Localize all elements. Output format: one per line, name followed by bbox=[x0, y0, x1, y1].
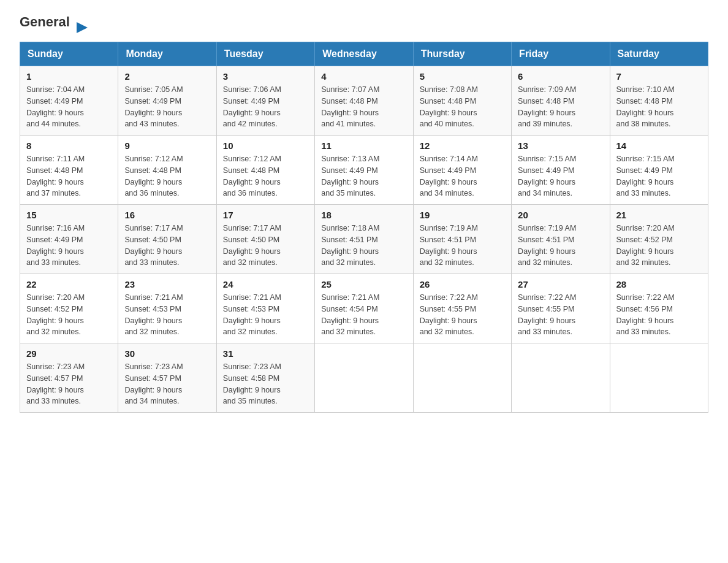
day-number: 13 bbox=[518, 140, 603, 151]
day-info: Sunrise: 7:11 AM Sunset: 4:48 PM Dayligh… bbox=[26, 153, 112, 199]
calendar-cell: 23 Sunrise: 7:21 AM Sunset: 4:53 PM Dayl… bbox=[118, 274, 216, 343]
day-number: 20 bbox=[518, 210, 603, 220]
day-info: Sunrise: 7:08 AM Sunset: 4:48 PM Dayligh… bbox=[420, 84, 505, 130]
day-info: Sunrise: 7:15 AM Sunset: 4:49 PM Dayligh… bbox=[616, 153, 702, 199]
day-info: Sunrise: 7:19 AM Sunset: 4:51 PM Dayligh… bbox=[420, 223, 505, 269]
calendar-week-row: 15 Sunrise: 7:16 AM Sunset: 4:49 PM Dayl… bbox=[20, 205, 708, 274]
day-number: 11 bbox=[321, 140, 406, 151]
day-number: 21 bbox=[616, 210, 702, 220]
calendar-cell bbox=[512, 343, 610, 413]
day-info: Sunrise: 7:07 AM Sunset: 4:48 PM Dayligh… bbox=[321, 84, 406, 130]
calendar-cell: 14 Sunrise: 7:15 AM Sunset: 4:49 PM Dayl… bbox=[610, 136, 708, 205]
day-number: 4 bbox=[321, 71, 406, 82]
day-info: Sunrise: 7:20 AM Sunset: 4:52 PM Dayligh… bbox=[616, 223, 702, 269]
calendar-cell: 6 Sunrise: 7:09 AM Sunset: 4:48 PM Dayli… bbox=[512, 66, 610, 136]
day-number: 8 bbox=[26, 140, 112, 151]
day-number: 6 bbox=[518, 71, 603, 82]
calendar-cell: 16 Sunrise: 7:17 AM Sunset: 4:50 PM Dayl… bbox=[118, 205, 216, 274]
calendar-cell: 9 Sunrise: 7:12 AM Sunset: 4:48 PM Dayli… bbox=[118, 136, 216, 205]
day-number: 28 bbox=[616, 279, 702, 289]
day-info: Sunrise: 7:18 AM Sunset: 4:51 PM Dayligh… bbox=[321, 223, 406, 269]
day-number: 22 bbox=[26, 279, 112, 289]
day-number: 24 bbox=[223, 279, 308, 289]
calendar-cell: 13 Sunrise: 7:15 AM Sunset: 4:49 PM Dayl… bbox=[512, 136, 610, 205]
day-number: 2 bbox=[124, 71, 210, 82]
calendar-cell: 27 Sunrise: 7:22 AM Sunset: 4:55 PM Dayl… bbox=[512, 274, 610, 343]
day-number: 27 bbox=[518, 279, 603, 289]
logo-arrow-icon bbox=[77, 22, 88, 33]
calendar-cell: 5 Sunrise: 7:08 AM Sunset: 4:48 PM Dayli… bbox=[413, 66, 511, 136]
day-number: 10 bbox=[223, 140, 308, 151]
day-info: Sunrise: 7:22 AM Sunset: 4:56 PM Dayligh… bbox=[616, 292, 702, 338]
calendar-cell: 25 Sunrise: 7:21 AM Sunset: 4:54 PM Dayl… bbox=[315, 274, 413, 343]
day-info: Sunrise: 7:19 AM Sunset: 4:51 PM Dayligh… bbox=[518, 223, 603, 269]
calendar-cell: 29 Sunrise: 7:23 AM Sunset: 4:57 PM Dayl… bbox=[20, 343, 118, 413]
day-number: 29 bbox=[26, 348, 112, 359]
calendar-week-row: 22 Sunrise: 7:20 AM Sunset: 4:52 PM Dayl… bbox=[20, 274, 708, 343]
day-number: 15 bbox=[26, 210, 112, 220]
calendar-cell: 17 Sunrise: 7:17 AM Sunset: 4:50 PM Dayl… bbox=[216, 205, 314, 274]
day-info: Sunrise: 7:22 AM Sunset: 4:55 PM Dayligh… bbox=[420, 292, 505, 338]
calendar-cell: 19 Sunrise: 7:19 AM Sunset: 4:51 PM Dayl… bbox=[413, 205, 511, 274]
day-info: Sunrise: 7:15 AM Sunset: 4:49 PM Dayligh… bbox=[518, 153, 603, 199]
day-number: 14 bbox=[616, 140, 702, 151]
svg-marker-0 bbox=[77, 22, 88, 33]
day-info: Sunrise: 7:05 AM Sunset: 4:49 PM Dayligh… bbox=[124, 84, 210, 130]
day-number: 12 bbox=[420, 140, 505, 151]
day-number: 30 bbox=[124, 348, 210, 359]
calendar-cell bbox=[315, 343, 413, 413]
calendar-cell bbox=[610, 343, 708, 413]
day-number: 1 bbox=[26, 71, 112, 82]
day-info: Sunrise: 7:09 AM Sunset: 4:48 PM Dayligh… bbox=[518, 84, 603, 130]
calendar-header-saturday: Saturday bbox=[610, 42, 708, 66]
day-info: Sunrise: 7:12 AM Sunset: 4:48 PM Dayligh… bbox=[124, 153, 210, 199]
calendar-cell: 26 Sunrise: 7:22 AM Sunset: 4:55 PM Dayl… bbox=[413, 274, 511, 343]
day-number: 25 bbox=[321, 279, 406, 289]
calendar-cell: 24 Sunrise: 7:21 AM Sunset: 4:53 PM Dayl… bbox=[216, 274, 314, 343]
day-info: Sunrise: 7:23 AM Sunset: 4:57 PM Dayligh… bbox=[26, 361, 112, 407]
calendar-header-sunday: Sunday bbox=[20, 42, 118, 66]
calendar-table: SundayMondayTuesdayWednesdayThursdayFrid… bbox=[20, 42, 708, 413]
calendar-cell: 10 Sunrise: 7:12 AM Sunset: 4:48 PM Dayl… bbox=[216, 136, 314, 205]
calendar-cell: 2 Sunrise: 7:05 AM Sunset: 4:49 PM Dayli… bbox=[118, 66, 216, 136]
logo: General bbox=[20, 15, 77, 29]
day-info: Sunrise: 7:14 AM Sunset: 4:49 PM Dayligh… bbox=[420, 153, 505, 199]
day-info: Sunrise: 7:22 AM Sunset: 4:55 PM Dayligh… bbox=[518, 292, 603, 338]
day-info: Sunrise: 7:21 AM Sunset: 4:54 PM Dayligh… bbox=[321, 292, 406, 338]
day-info: Sunrise: 7:04 AM Sunset: 4:49 PM Dayligh… bbox=[26, 84, 112, 130]
day-number: 9 bbox=[124, 140, 210, 151]
calendar-cell: 3 Sunrise: 7:06 AM Sunset: 4:49 PM Dayli… bbox=[216, 66, 314, 136]
day-info: Sunrise: 7:20 AM Sunset: 4:52 PM Dayligh… bbox=[26, 292, 112, 338]
calendar-cell: 30 Sunrise: 7:23 AM Sunset: 4:57 PM Dayl… bbox=[118, 343, 216, 413]
day-number: 16 bbox=[124, 210, 210, 220]
day-number: 23 bbox=[124, 279, 210, 289]
day-info: Sunrise: 7:21 AM Sunset: 4:53 PM Dayligh… bbox=[124, 292, 210, 338]
day-number: 31 bbox=[223, 348, 308, 359]
calendar-cell: 20 Sunrise: 7:19 AM Sunset: 4:51 PM Dayl… bbox=[512, 205, 610, 274]
calendar-header-wednesday: Wednesday bbox=[315, 42, 413, 66]
calendar-cell: 7 Sunrise: 7:10 AM Sunset: 4:48 PM Dayli… bbox=[610, 66, 708, 136]
day-info: Sunrise: 7:23 AM Sunset: 4:57 PM Dayligh… bbox=[124, 361, 210, 407]
day-info: Sunrise: 7:17 AM Sunset: 4:50 PM Dayligh… bbox=[124, 223, 210, 269]
calendar-cell: 1 Sunrise: 7:04 AM Sunset: 4:49 PM Dayli… bbox=[20, 66, 118, 136]
day-number: 18 bbox=[321, 210, 406, 220]
day-info: Sunrise: 7:06 AM Sunset: 4:49 PM Dayligh… bbox=[223, 84, 308, 130]
calendar-header-thursday: Thursday bbox=[413, 42, 511, 66]
calendar-cell: 12 Sunrise: 7:14 AM Sunset: 4:49 PM Dayl… bbox=[413, 136, 511, 205]
calendar-cell: 4 Sunrise: 7:07 AM Sunset: 4:48 PM Dayli… bbox=[315, 66, 413, 136]
day-info: Sunrise: 7:10 AM Sunset: 4:48 PM Dayligh… bbox=[616, 84, 702, 130]
day-number: 7 bbox=[616, 71, 702, 82]
day-info: Sunrise: 7:13 AM Sunset: 4:49 PM Dayligh… bbox=[321, 153, 406, 199]
calendar-cell: 11 Sunrise: 7:13 AM Sunset: 4:49 PM Dayl… bbox=[315, 136, 413, 205]
page-header: General bbox=[20, 15, 708, 29]
calendar-cell: 18 Sunrise: 7:18 AM Sunset: 4:51 PM Dayl… bbox=[315, 205, 413, 274]
calendar-cell: 22 Sunrise: 7:20 AM Sunset: 4:52 PM Dayl… bbox=[20, 274, 118, 343]
calendar-week-row: 29 Sunrise: 7:23 AM Sunset: 4:57 PM Dayl… bbox=[20, 343, 708, 413]
day-info: Sunrise: 7:21 AM Sunset: 4:53 PM Dayligh… bbox=[223, 292, 308, 338]
calendar-header-friday: Friday bbox=[512, 42, 610, 66]
calendar-cell: 28 Sunrise: 7:22 AM Sunset: 4:56 PM Dayl… bbox=[610, 274, 708, 343]
day-info: Sunrise: 7:17 AM Sunset: 4:50 PM Dayligh… bbox=[223, 223, 308, 269]
day-number: 26 bbox=[420, 279, 505, 289]
day-number: 3 bbox=[223, 71, 308, 82]
calendar-cell: 31 Sunrise: 7:23 AM Sunset: 4:58 PM Dayl… bbox=[216, 343, 314, 413]
